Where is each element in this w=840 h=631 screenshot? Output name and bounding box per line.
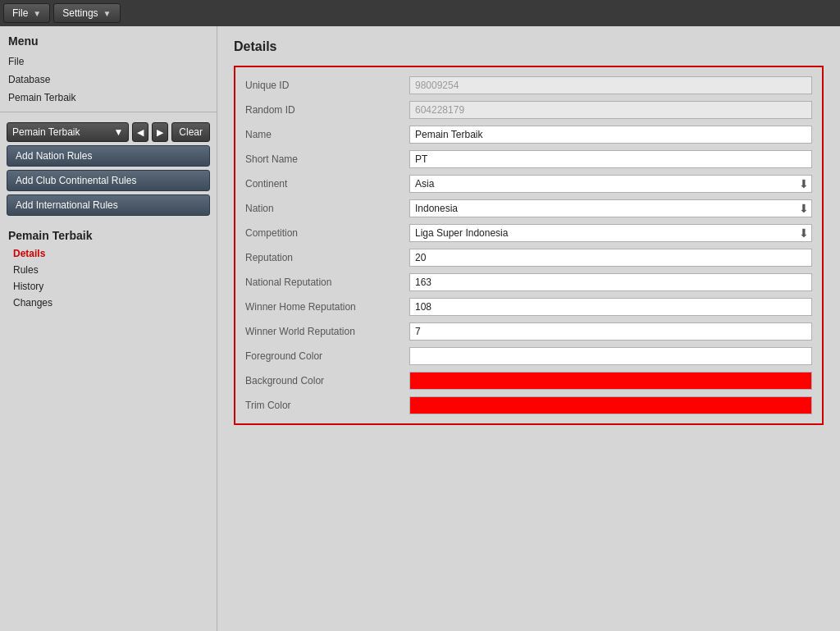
sidebar-item-file[interactable]: File: [0, 53, 217, 71]
short-name-label: Short Name: [245, 153, 409, 165]
unique-id-input[interactable]: [409, 76, 812, 94]
winner-world-reputation-row: Winner World Reputation: [245, 322, 812, 341]
section-title: Pemain Terbaik: [0, 221, 217, 245]
random-id-input[interactable]: [409, 101, 812, 119]
competition-wrapper: Liga Super Indonesia ⬇: [409, 224, 812, 242]
pemain-selector[interactable]: Pemain Terbaik ▼: [7, 122, 129, 142]
sidebar-divider: [0, 112, 217, 112]
add-club-continental-rules-button[interactable]: Add Club Continental Rules: [7, 170, 210, 191]
background-color-row: Background Color: [245, 371, 812, 391]
nav-next-button[interactable]: ▶: [152, 122, 168, 142]
selector-row: Pemain Terbaik ▼ ◀ ▶ Clear: [7, 122, 210, 142]
add-international-rules-button[interactable]: Add International Rules: [7, 194, 210, 216]
settings-menu-button[interactable]: Settings ▼: [53, 3, 120, 23]
winner-world-reputation-label: Winner World Reputation: [245, 326, 409, 337]
trim-color-label: Trim Color: [245, 400, 409, 411]
main-layout: Menu File Database Pemain Terbaik Pemain…: [0, 26, 840, 631]
content-title: Details: [234, 39, 824, 54]
foreground-color-box[interactable]: [409, 347, 812, 365]
unique-id-value: [409, 76, 812, 94]
winner-world-reputation-value: [409, 322, 812, 341]
short-name-value: [409, 150, 812, 168]
nation-label: Nation: [245, 203, 409, 214]
sidebar-controls: Pemain Terbaik ▼ ◀ ▶ Clear Add Nation Ru…: [0, 117, 217, 221]
menu-title: Menu: [0, 26, 217, 53]
details-form: Unique ID Random ID Name: [234, 66, 824, 425]
trim-color-value: [409, 396, 812, 414]
winner-home-reputation-row: Winner Home Reputation: [245, 297, 812, 317]
winner-home-reputation-label: Winner Home Reputation: [245, 301, 409, 313]
reputation-value: [409, 249, 812, 267]
sidebar-item-database[interactable]: Database: [0, 71, 217, 89]
winner-home-reputation-input[interactable]: [409, 298, 812, 316]
short-name-row: Short Name: [245, 149, 812, 169]
name-value: [409, 126, 812, 144]
sub-item-details[interactable]: Details: [0, 245, 217, 262]
nation-wrapper: Indonesia ⬇: [409, 199, 812, 217]
background-color-value: [409, 372, 812, 390]
random-id-value: [409, 101, 812, 119]
competition-label: Competition: [245, 227, 409, 239]
clear-button[interactable]: Clear: [171, 122, 210, 142]
pemain-selector-arrow-icon: ▼: [113, 126, 123, 138]
sidebar-item-pemain-terbaik[interactable]: Pemain Terbaik: [0, 89, 217, 107]
unique-id-row: Unique ID: [245, 75, 812, 95]
file-menu-arrow-icon: ▼: [33, 9, 41, 18]
add-nation-rules-button[interactable]: Add Nation Rules: [7, 145, 210, 167]
file-menu-button[interactable]: File ▼: [3, 3, 50, 23]
reputation-row: Reputation: [245, 248, 812, 267]
national-reputation-label: National Reputation: [245, 277, 409, 288]
national-reputation-input[interactable]: [409, 273, 812, 291]
random-id-label: Random ID: [245, 104, 409, 116]
trim-color-box[interactable]: [409, 396, 812, 414]
sub-item-changes[interactable]: Changes: [0, 295, 217, 311]
pemain-selector-label: Pemain Terbaik: [12, 126, 80, 138]
winner-home-reputation-value: [409, 298, 812, 316]
winner-world-reputation-input[interactable]: [409, 322, 812, 341]
trim-color-row: Trim Color: [245, 396, 812, 415]
reputation-input[interactable]: [409, 249, 812, 267]
name-label: Name: [245, 129, 409, 140]
competition-row: Competition Liga Super Indonesia ⬇: [245, 223, 812, 243]
unique-id-label: Unique ID: [245, 80, 409, 91]
foreground-color-label: Foreground Color: [245, 350, 409, 362]
nation-row: Nation Indonesia ⬇: [245, 199, 812, 218]
sub-item-rules[interactable]: Rules: [0, 262, 217, 278]
reputation-label: Reputation: [245, 252, 409, 263]
national-reputation-row: National Reputation: [245, 272, 812, 292]
foreground-color-value: [409, 347, 812, 365]
continent-row: Continent Asia ⬇: [245, 174, 812, 194]
short-name-input[interactable]: [409, 150, 812, 168]
nav-prev-button[interactable]: ◀: [132, 122, 148, 142]
continent-select[interactable]: Asia: [409, 175, 812, 193]
content-area: Details Unique ID Random ID Name: [217, 26, 840, 631]
settings-menu-label: Settings: [62, 7, 98, 19]
sub-item-history[interactable]: History: [0, 278, 217, 295]
name-input[interactable]: [409, 126, 812, 144]
nation-select[interactable]: Indonesia: [409, 199, 812, 217]
random-id-row: Random ID: [245, 100, 812, 120]
settings-menu-arrow-icon: ▼: [103, 9, 112, 18]
sidebar: Menu File Database Pemain Terbaik Pemain…: [0, 26, 217, 631]
background-color-label: Background Color: [245, 375, 409, 386]
foreground-color-row: Foreground Color: [245, 346, 812, 366]
national-reputation-value: [409, 273, 812, 291]
toolbar: File ▼ Settings ▼: [0, 0, 840, 26]
continent-label: Continent: [245, 178, 409, 190]
name-row: Name: [245, 125, 812, 144]
competition-select[interactable]: Liga Super Indonesia: [409, 224, 812, 242]
file-menu-label: File: [12, 7, 28, 19]
continent-wrapper: Asia ⬇: [409, 175, 812, 193]
background-color-box[interactable]: [409, 372, 812, 390]
